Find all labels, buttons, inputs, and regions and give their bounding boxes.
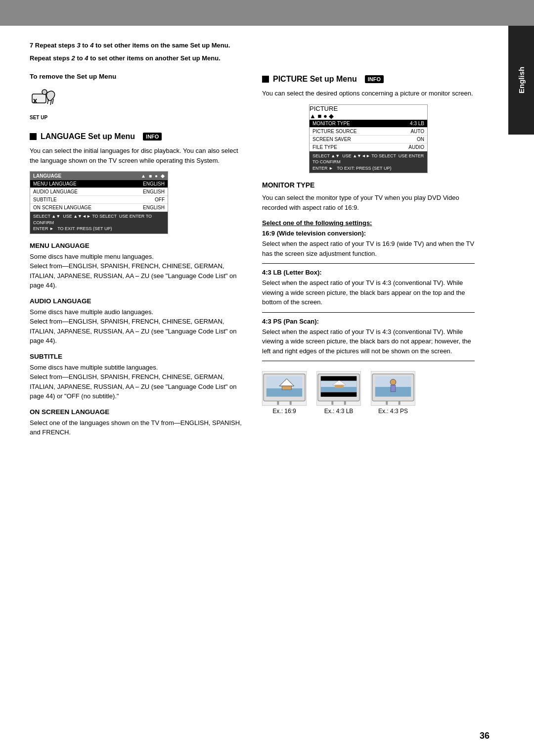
page-number: 36 [480, 731, 490, 741]
icon-circle: ● [155, 173, 158, 179]
setting-169-text: Select when the aspect ratio of your TV … [262, 239, 475, 258]
monitor-type-section: MONITOR TYPE You can select the monitor … [262, 181, 475, 212]
lang-row-2-value: ENGLISH [99, 189, 165, 194]
svg-point-25 [390, 379, 396, 385]
menu-language-section: MENU LANGUAGE Some discs have multiple m… [30, 242, 242, 290]
svg-rect-20 [331, 401, 333, 405]
subtitle-title: SUBTITLE [30, 353, 242, 360]
pic-row-4: FILE TYPE AUDIO [310, 143, 427, 151]
setup-label: SET UP [30, 115, 242, 120]
svg-rect-18 [321, 377, 356, 381]
menu-language-title: MENU LANGUAGE [30, 242, 242, 249]
pic-icon-3: ● [323, 112, 327, 120]
svg-rect-19 [321, 392, 356, 397]
remove-title: To remove the Set up Menu [30, 73, 242, 80]
svg-line-3 [52, 99, 53, 104]
language-menu-screenshot: LANGUAGE ▲ ■ ● ◆ MENU LANGUAGE ENGLISH [30, 171, 168, 234]
language-info-badge: INFO [143, 133, 162, 141]
language-section-heading: LANGUAGE Set up Menu INFO [30, 132, 242, 141]
main-content: 7 Repeat steps 3 to 4 to set other items… [0, 26, 534, 464]
step7-line1: Repeat steps 3 to 4 to set other items o… [35, 42, 230, 49]
pic-row-2-label: PICTURE SOURCE [312, 129, 368, 134]
tv-example-43lb: Ex.: 4:3 LB [316, 371, 361, 415]
right-column: PICTURE Set up Menu INFO You can select … [262, 73, 475, 444]
lang-row-4-value: ENGLISH [99, 205, 165, 210]
icon-square: ■ [149, 173, 152, 179]
tv-img-43lb [316, 371, 361, 406]
picture-menu-screenshot: PICTURE ▲ ■ ● ◆ MONITOR TYPE 4:3 LB PI [309, 104, 428, 174]
pic-row-3: SCREEN SAVER ON [310, 136, 427, 143]
pic-row-2-value: AUTO [368, 129, 424, 134]
lang-row-3: SUBTITLE OFF [30, 196, 168, 204]
lang-row-1-value: ENGLISH [99, 181, 165, 187]
pic-icon-1: ▲ [310, 112, 316, 120]
setup-icon [30, 84, 59, 111]
remove-section: To remove the Set up Menu [30, 73, 242, 120]
setting-43lb: 4:3 LB (Letter Box): Select when the asp… [262, 269, 475, 313]
tv-example-169: Ex.: 16:9 [262, 371, 307, 415]
tv-example-43ps: Ex.: 4:3 PS [371, 371, 415, 415]
step7-section: 7 Repeat steps 3 to 4 to set other items… [30, 41, 475, 63]
tv-examples: Ex.: 16:9 [262, 371, 475, 415]
on-screen-language-section: ON SCREEN LANGUAGE Select one of the lan… [30, 408, 242, 437]
language-section-title: LANGUAGE Set up Menu [41, 132, 135, 141]
menu-language-text: Some discs have multiple menu languages.… [30, 252, 242, 290]
lang-menu-icons: ▲ ■ ● ◆ [141, 173, 165, 179]
lang-row-1: MENU LANGUAGE ENGLISH [30, 180, 168, 188]
two-col-layout: To remove the Set up Menu [30, 73, 475, 444]
tv-label-43ps: Ex.: 4:3 PS [371, 408, 415, 415]
on-screen-language-text: Select one of the languages shown on the… [30, 418, 242, 437]
pic-row-4-label: FILE TYPE [312, 144, 368, 150]
setting-169-title: 16:9 (Wide television conversion): [262, 230, 475, 237]
subtitle-section: SUBTITLE Some discs have multiple subtit… [30, 353, 242, 401]
tv-label-169: Ex.: 16:9 [262, 408, 307, 415]
lang-row-1-label: MENU LANGUAGE [33, 181, 99, 187]
svg-rect-27 [386, 401, 388, 405]
step7-line2: Repeat steps 2 to 4 to set other items o… [30, 53, 475, 63]
picture-info-badge: INFO [365, 75, 384, 83]
subtitle-text: Some discs have multiple subtitle langua… [30, 363, 242, 401]
pic-icon-4: ◆ [329, 112, 334, 120]
pic-row-4-value: AUDIO [368, 144, 424, 150]
lang-row-4-label: ON SCREEN LANGUAGE [33, 205, 99, 210]
left-column: To remove the Set up Menu [30, 73, 242, 444]
lang-menu-title: LANGUAGE [33, 173, 61, 179]
pic-row-3-label: SCREEN SAVER [312, 137, 368, 142]
tv-label-43lb: Ex.: 4:3 LB [316, 408, 361, 415]
svg-rect-10 [277, 401, 279, 405]
svg-rect-21 [344, 401, 346, 405]
step7-text: 7 Repeat steps 3 to 4 to set other items… [30, 41, 475, 50]
top-bar [0, 0, 534, 26]
setting-43ps-title: 4:3 PS (Pan Scan): [262, 318, 475, 325]
setting-43lb-text: Select when the aspect ratio of your TV … [262, 278, 475, 307]
pic-row-1-label: MONITOR TYPE [312, 121, 368, 126]
setting-169: 16:9 (Wide television conversion): Selec… [262, 230, 475, 264]
svg-rect-17 [335, 385, 344, 388]
icon-diamond: ◆ [161, 173, 165, 179]
lang-row-4: ON SCREEN LANGUAGE ENGLISH [30, 204, 168, 212]
setting-43lb-title: 4:3 LB (Letter Box): [262, 269, 475, 276]
tv-img-43ps [371, 371, 415, 406]
step7-number: 7 [30, 42, 33, 49]
pic-row-1-value: 4:3 LB [368, 121, 424, 126]
select-label: Select one of the following settings: [262, 219, 475, 227]
audio-language-text: Some discs have multiple audio languages… [30, 307, 242, 346]
pic-menu-icons: ▲ ■ ● ◆ [310, 112, 427, 120]
picture-section-heading: PICTURE Set up Menu INFO [262, 75, 475, 84]
lang-menu-header: LANGUAGE ▲ ■ ● ◆ [30, 172, 168, 180]
setting-43ps: 4:3 PS (Pan Scan): Select when the aspec… [262, 318, 475, 362]
on-screen-language-title: ON SCREEN LANGUAGE [30, 408, 242, 416]
picture-section-title: PICTURE Set up Menu [273, 75, 357, 84]
lang-row-2-label: AUDIO LANGUAGE [33, 189, 99, 194]
lang-menu-footer: SELECT ▲▼ USE ▲▼◄► TO SELECT USE ENTER T… [30, 212, 168, 234]
section-bullet [30, 133, 37, 140]
language-tab: English [508, 26, 534, 135]
page-container: English 7 Repeat steps 3 to 4 to set oth… [0, 0, 534, 756]
picture-bullet [262, 76, 269, 83]
audio-language-section: AUDIO LANGUAGE Some discs have multiple … [30, 297, 242, 346]
svg-point-1 [42, 90, 47, 94]
audio-language-title: AUDIO LANGUAGE [30, 297, 242, 305]
pic-row-3-value: ON [368, 137, 424, 142]
language-section-desc: You can select the initial languages for… [30, 146, 242, 165]
svg-rect-11 [290, 401, 292, 405]
